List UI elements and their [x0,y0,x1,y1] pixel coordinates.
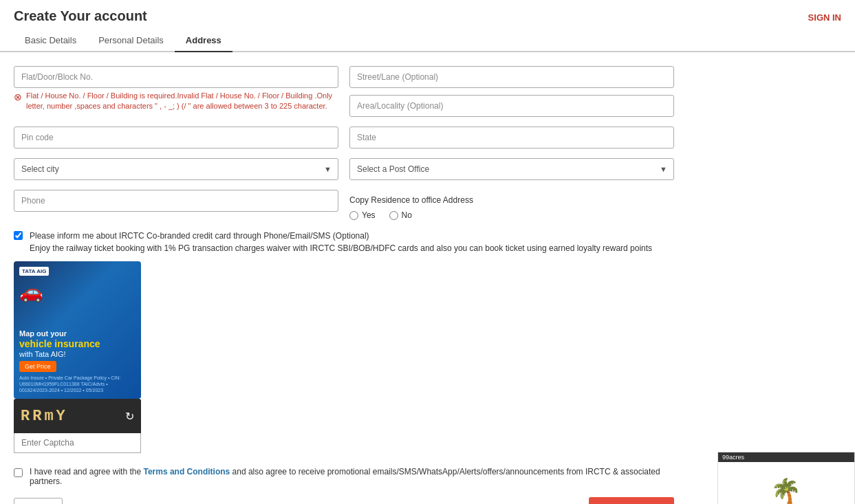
pincode-col [14,127,338,149]
post-office-select-wrapper: Select a Post Office ▼ [349,158,674,180]
pincode-input[interactable] [14,127,338,149]
captcha-refresh-icon[interactable]: ↻ [125,410,134,423]
form-row-1: ⊗ Flat / House No. / Floor / Building is… [14,66,674,117]
back-button[interactable]: Back [14,498,63,505]
ad-captcha-section: TATA AIG 🚗 Map out your vehicle insuranc… [14,261,674,453]
captcha-image-area: RRmY ↻ [14,399,141,433]
post-office-col: Select a Post Office ▼ [349,158,674,180]
captcha-box: RRmY ↻ [14,399,141,453]
yes-radio[interactable] [349,211,358,220]
tabs: Basic Details Personal Details Address [0,30,855,52]
error-block: ⊗ Flat / House No. / Floor / Building is… [14,91,338,112]
street-col [349,66,674,117]
ad-line3: with Tata AIG! [19,350,136,358]
phone-col [14,190,338,220]
state-input[interactable] [349,127,674,149]
ad-logo: TATA AIG [19,267,49,276]
terms-link[interactable]: Terms and Conditions [143,467,230,476]
ad-box: TATA AIG 🚗 Map out your vehicle insuranc… [14,261,141,399]
flat-col: ⊗ Flat / House No. / Floor / Building is… [14,66,338,117]
city-select-wrapper: Select city ▼ [14,158,338,180]
ad-captcha-wrapper: TATA AIG 🚗 Map out your vehicle insuranc… [14,261,141,453]
captcha-text: RRmY [21,408,68,425]
header: Create Your account SIGN IN [0,0,855,24]
radio-group: Yes No [349,210,473,220]
form-row-2 [14,127,674,149]
city-select[interactable]: Select city [14,158,338,180]
palmitown-palm-icon: 🌴 [770,479,801,504]
agree-text: I have read and agree with the Terms and… [30,467,674,486]
palmitown-logo: 🌴 PALMITOWN [753,479,820,505]
post-office-select[interactable]: Select a Post Office [349,158,674,180]
error-icon: ⊗ [14,91,22,102]
ad-cta-button[interactable]: Get Price [19,361,56,372]
agree-checkbox[interactable] [14,468,23,477]
ad-box-inner: Map out your vehicle insurance with Tata… [14,323,141,399]
form-area: ⊗ Flat / House No. / Floor / Building is… [0,52,688,504]
info-text-block: Please inform me about IRCTC Co-branded … [30,230,652,254]
page-wrapper: Create Your account SIGN IN Basic Detail… [0,0,855,504]
copy-residence-label: Copy Residence to office Address [349,195,473,205]
copy-residence-col: Copy Residence to office Address Yes No [349,190,674,220]
info-checkbox-row: Please inform me about IRCTC Co-branded … [14,230,674,254]
flat-input[interactable] [14,66,338,88]
yes-option[interactable]: Yes [349,210,376,220]
phone-input[interactable] [14,190,338,212]
form-row-4: Copy Residence to office Address Yes No [14,190,674,220]
ad-fine-print: Auto Insure • Private Car Package Policy… [19,375,136,393]
ad-line2: vehicle insurance [19,338,136,350]
side-ad: 99acres 🌴 PALMITOWN [717,452,855,504]
no-option[interactable]: No [389,210,412,220]
tab-personal-details[interactable]: Personal Details [87,30,175,52]
state-col [349,127,674,149]
sign-in-link[interactable]: SIGN IN [808,12,841,23]
register-button[interactable]: REGISTER [589,497,674,504]
copy-residence-group: Copy Residence to office Address Yes No [349,195,473,220]
agree-section: I have read and agree with the Terms and… [14,467,674,486]
info-line1: Please inform me about IRCTC Co-branded … [30,230,652,242]
tab-basic-details[interactable]: Basic Details [14,30,87,52]
city-col: Select city ▼ [14,158,338,180]
street-input[interactable] [349,66,674,88]
no-label: No [402,210,412,220]
agree-text-before: I have read and agree with the [30,467,143,476]
captcha-input[interactable] [14,433,141,453]
button-row: Back REGISTER [14,497,674,504]
ad-line1: Map out your [19,329,136,338]
copy-residence-section: Copy Residence to office Address Yes No [349,190,674,220]
form-row-3: Select city ▼ Select a Post Office ▼ [14,158,674,180]
side-ad-label: 99acres [718,452,854,462]
error-text: Flat / House No. / Floor / Building is r… [26,91,338,112]
side-ad-content: 🌴 PALMITOWN [718,462,854,504]
info-checkbox[interactable] [14,231,23,240]
info-line2: Enjoy the railway ticket booking with 1%… [30,242,652,254]
tab-address[interactable]: Address [175,30,232,52]
area-input[interactable] [349,95,674,117]
page-title: Create Your account [14,8,147,24]
no-radio[interactable] [389,211,398,220]
yes-label: Yes [362,210,376,220]
